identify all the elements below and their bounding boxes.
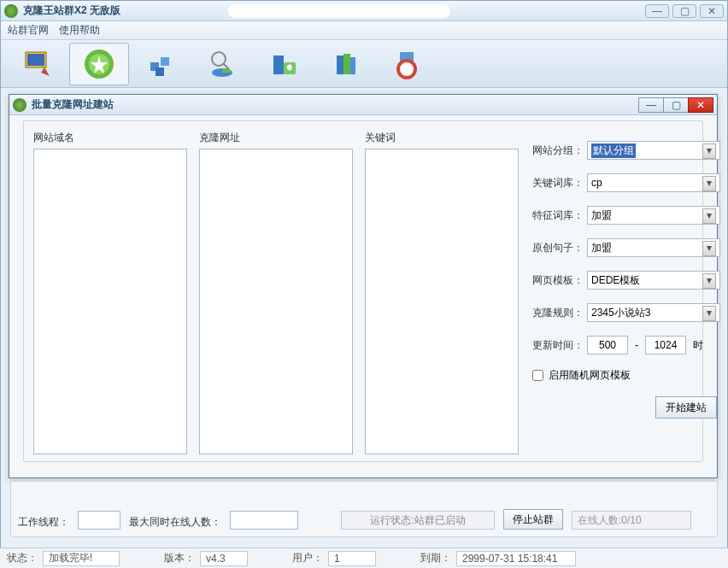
toolbar-btn-3[interactable] [131, 43, 191, 85]
maximize-button[interactable]: ▢ [672, 4, 696, 18]
updatetime-sep: - [635, 339, 638, 351]
maxonline-input[interactable] [230, 511, 298, 530]
monitor-icon [21, 47, 55, 81]
toolbar-btn-5[interactable] [254, 43, 314, 85]
toolbar [1, 40, 727, 88]
svg-rect-10 [273, 56, 284, 74]
child-close-button[interactable]: ✕ [688, 97, 713, 113]
svg-rect-6 [156, 67, 164, 76]
template-label: 网页模板： [532, 273, 587, 288]
thread-label: 工作线程： [18, 515, 69, 530]
bottom-panel: 工作线程： 最大同时在线人数： 运行状态:站群已启动 停止站群 在线人数:0/1… [10, 481, 718, 537]
online-count-box: 在线人数:0/10 [572, 511, 691, 530]
random-template-checkbox[interactable] [532, 370, 543, 381]
child-body: 网站域名 克隆网址 关键词 网站分组： 默认分组 [9, 115, 717, 471]
template-select[interactable]: DEDE模板 [587, 271, 720, 290]
updatetime-unit: 时 [693, 338, 703, 353]
books-icon [328, 47, 362, 81]
keyword-textarea[interactable] [365, 149, 519, 454]
stop-button[interactable]: 停止站群 [503, 509, 563, 530]
group-select[interactable]: 默认分组 [587, 141, 720, 160]
maxonline-label: 最大同时在线人数： [129, 515, 221, 530]
svg-rect-13 [343, 54, 350, 74]
toolbar-btn-7[interactable] [377, 43, 437, 85]
sb-expire-label: 到期： [420, 551, 451, 565]
close-button[interactable]: ✕ [700, 4, 724, 18]
keywordlib-select[interactable]: cp [587, 173, 720, 192]
svg-line-8 [223, 63, 229, 69]
main-title: 克隆王站群X2 无敌版 [23, 3, 218, 18]
child-titlebar: 批量克隆网址建站 — ▢ ✕ [9, 95, 717, 115]
main-window: 克隆王站群X2 无敌版 — ▢ ✕ 站群官网 使用帮助 [0, 0, 728, 568]
sb-status-label: 状态： [7, 551, 38, 565]
random-template-label: 启用随机网页模板 [549, 368, 631, 383]
sb-user-label: 用户： [292, 551, 323, 565]
search-chart-icon [205, 47, 239, 81]
cubes-icon [144, 47, 178, 81]
sb-version-field: v4.3 [200, 551, 248, 566]
minimize-button[interactable]: — [645, 4, 669, 18]
child-maximize-button[interactable]: ▢ [663, 97, 689, 113]
run-status-box: 运行状态:站群已启动 [341, 511, 495, 530]
svg-rect-5 [161, 57, 169, 66]
toolbar-btn-4[interactable] [192, 43, 252, 85]
updatetime-label: 更新时间： [532, 338, 587, 353]
domain-textarea[interactable] [33, 149, 187, 454]
rule-select[interactable]: 2345小说站3 [587, 303, 720, 322]
menu-website[interactable]: 站群官网 [8, 23, 49, 38]
clone-label: 克隆网址 [199, 131, 353, 145]
updatetime-to-input[interactable] [645, 336, 686, 354]
rule-label: 克隆规则： [532, 306, 587, 320]
svg-rect-12 [337, 56, 343, 74]
settings-area: 网站分组： 默认分组 关键词库： cp 特征词库： 加盟 原创句子： 加盟 网页… [532, 141, 720, 419]
sb-version-label: 版本： [164, 551, 195, 565]
toolbar-btn-1[interactable] [8, 43, 68, 85]
child-window: 批量克隆网址建站 — ▢ ✕ 网站域名 克隆网址 关键词 [9, 94, 718, 478]
thread-input[interactable] [78, 511, 120, 530]
child-title: 批量克隆网址建站 [32, 97, 639, 112]
svg-rect-1 [27, 54, 44, 66]
main-titlebar: 克隆王站群X2 无敌版 — ▢ ✕ [1, 1, 727, 21]
domain-label: 网站域名 [33, 131, 187, 145]
svg-point-17 [403, 66, 410, 73]
group-label: 网站分组： [532, 143, 587, 158]
sb-expire-field: 2999-07-31 15:18:41 [456, 551, 576, 566]
featurelib-label: 特征词库： [532, 208, 587, 223]
clone-textarea[interactable] [199, 149, 353, 454]
statusbar: 状态： 加载完毕! 版本： v4.3 用户： 1 到期： 2999-07-31 … [0, 548, 728, 568]
menu-help[interactable]: 使用帮助 [59, 23, 100, 38]
sb-user-field: 1 [328, 551, 376, 566]
start-build-button[interactable]: 开始建站 [655, 396, 717, 419]
sentence-select[interactable]: 加盟 [587, 238, 720, 257]
child-app-icon [13, 98, 26, 112]
columns-area: 网站域名 克隆网址 关键词 [33, 131, 519, 457]
keywordlib-label: 关键词库： [532, 176, 587, 190]
featurelib-select[interactable]: 加盟 [587, 206, 720, 225]
toolbar-btn-2[interactable] [69, 43, 129, 85]
green-star-icon [82, 47, 116, 81]
toolbar-btn-6[interactable] [315, 43, 375, 85]
updatetime-from-input[interactable] [587, 336, 628, 354]
sb-status-field: 加载完毕! [43, 551, 120, 566]
keyword-label: 关键词 [365, 131, 519, 145]
svg-rect-14 [350, 57, 355, 74]
child-minimize-button[interactable]: — [638, 97, 664, 113]
sentence-label: 原创句子： [532, 241, 587, 255]
lifebuoy-icon [390, 47, 424, 81]
app-icon [4, 4, 18, 18]
menubar: 站群官网 使用帮助 [1, 21, 727, 40]
title-blank-area [228, 4, 450, 18]
recycle-icon [267, 47, 301, 81]
